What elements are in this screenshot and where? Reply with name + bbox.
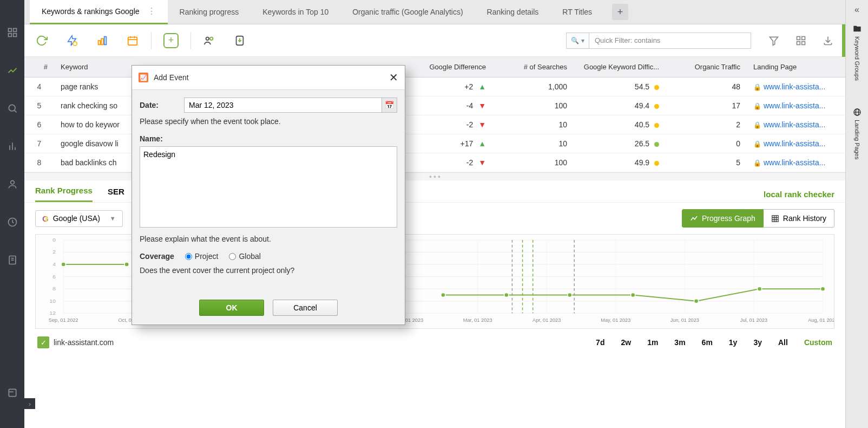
- nav-reports-icon[interactable]: [0, 127, 24, 165]
- download-icon[interactable]: [821, 34, 834, 47]
- tab-rt-titles[interactable]: RT Titles: [550, 0, 604, 24]
- nav-pages-icon[interactable]: [0, 241, 24, 279]
- view-label: Rank History: [783, 214, 826, 223]
- cell-num: 4: [24, 77, 54, 96]
- modal-titlebar[interactable]: 📈 Add Event ✕: [132, 66, 405, 90]
- cell-organic: 17: [666, 96, 747, 115]
- range-custom[interactable]: Custom: [804, 338, 832, 347]
- modal-title-text: Add Event: [154, 73, 189, 82]
- tab-ranking-details[interactable]: Ranking details: [475, 0, 551, 24]
- ok-button[interactable]: OK: [199, 300, 264, 316]
- calendar-icon[interactable]: 📅: [382, 98, 397, 113]
- cell-num: 5: [24, 96, 54, 115]
- tab-label: Keywords in Top 10: [262, 8, 328, 16]
- progress-graph-button[interactable]: Progress Graph: [682, 209, 764, 228]
- cell-num: 8: [24, 153, 54, 172]
- modal-close-button[interactable]: ✕: [389, 71, 398, 84]
- sidebar-expand-icon[interactable]: ›: [24, 398, 35, 409]
- svg-rect-29: [797, 36, 800, 40]
- quick-filter-input[interactable]: [589, 33, 751, 49]
- tab-keywords-top10[interactable]: Keywords in Top 10: [251, 0, 340, 24]
- svg-text:Jun, 01 2023: Jun, 01 2023: [670, 317, 699, 323]
- rtab-label: Keyword Groups: [854, 36, 860, 81]
- tab-label: Ranking details: [487, 8, 539, 16]
- col-gkd[interactable]: Google Keyword Diffic...: [574, 57, 666, 77]
- coverage-global-radio[interactable]: Global: [229, 252, 260, 261]
- event-name-textarea[interactable]: [140, 146, 397, 228]
- project-check-icon: ✓: [37, 336, 49, 348]
- cell-landing-page[interactable]: 🔒www.link-assista...: [747, 115, 845, 134]
- svg-point-86: [631, 293, 635, 297]
- svg-text:Sep, 01 2022: Sep, 01 2022: [49, 317, 78, 323]
- cell-landing-page[interactable]: 🔒www.link-assista...: [747, 96, 845, 115]
- nav-rank-tracker-icon[interactable]: [0, 51, 24, 89]
- cancel-button[interactable]: Cancel: [273, 300, 338, 316]
- tab-label: Organic traffic (Google Analytics): [352, 8, 463, 16]
- range-3y[interactable]: 3y: [753, 338, 762, 347]
- nav-grid-icon[interactable]: [0, 14, 24, 51]
- tab-rank-progress[interactable]: Rank Progress: [35, 186, 93, 202]
- cell-landing-page[interactable]: 🔒www.link-assista...: [747, 134, 845, 153]
- search-mode-dropdown[interactable]: 🔍 ▾: [566, 33, 589, 49]
- svg-point-82: [124, 262, 129, 267]
- competitors-icon[interactable]: [203, 34, 216, 47]
- range-3m[interactable]: 3m: [674, 338, 685, 347]
- add-keyword-button[interactable]: +: [163, 33, 179, 48]
- col-landing-page[interactable]: Landing Page: [747, 57, 845, 77]
- svg-rect-20: [128, 37, 137, 45]
- range-7d[interactable]: 7d: [596, 338, 604, 347]
- nav-domain-icon[interactable]: [0, 203, 24, 241]
- tab-ranking-progress[interactable]: Ranking progress: [168, 0, 251, 24]
- event-date-input[interactable]: [184, 98, 382, 113]
- refresh-rankings-icon[interactable]: [35, 34, 48, 47]
- svg-text:May, 01 2023: May, 01 2023: [601, 317, 630, 323]
- update-keywords-icon[interactable]: [65, 34, 78, 47]
- col-searches[interactable]: # of Searches: [492, 57, 574, 77]
- tab-organic-traffic[interactable]: Organic traffic (Google Analytics): [340, 0, 475, 24]
- cell-landing-page[interactable]: 🔒www.link-assista...: [747, 77, 845, 96]
- columns-icon[interactable]: [794, 34, 807, 47]
- search-engine-select[interactable]: G Google (USA) ▼: [35, 210, 123, 227]
- nav-notes-icon[interactable]: [0, 374, 24, 412]
- update-traffic-icon[interactable]: [96, 34, 109, 47]
- nav-competitors-icon[interactable]: [0, 165, 24, 203]
- cell-num: 7: [24, 134, 54, 153]
- range-2w[interactable]: 2w: [621, 338, 631, 347]
- date-help: Please specify when the event took place…: [140, 117, 397, 126]
- tab-keywords-rankings[interactable]: Keywords & rankings Google⋮: [30, 0, 168, 24]
- toolbar: + 🔍 ▾: [24, 24, 845, 57]
- range-1y[interactable]: 1y: [729, 338, 738, 347]
- svg-rect-0: [8, 29, 11, 32]
- rank-history-button[interactable]: Rank History: [764, 209, 834, 228]
- schedule-icon[interactable]: [126, 34, 139, 47]
- cell-searches: 10: [492, 134, 574, 153]
- col-google-diff[interactable]: Google Difference: [400, 57, 492, 77]
- tab-label: RT Titles: [562, 8, 592, 16]
- svg-point-24: [206, 37, 209, 40]
- name-label: Name:: [140, 134, 181, 143]
- cell-organic: 0: [666, 134, 747, 153]
- range-all[interactable]: All: [778, 338, 788, 347]
- svg-text:10: 10: [49, 298, 56, 304]
- cell-searches: 100: [492, 96, 574, 115]
- coverage-project-radio[interactable]: Project: [185, 252, 219, 261]
- view-label: Progress Graph: [702, 214, 755, 223]
- date-ranges: 7d 2w 1m 3m 6m 1y 3y All Custom: [596, 338, 832, 347]
- range-1m[interactable]: 1m: [647, 338, 658, 347]
- tab-ser[interactable]: SER: [108, 187, 124, 202]
- right-collapse-icon[interactable]: «: [846, 0, 868, 19]
- cell-landing-page[interactable]: 🔒www.link-assista...: [747, 153, 845, 172]
- rtab-keyword-groups[interactable]: Keyword Groups: [853, 19, 862, 86]
- filter-icon[interactable]: [767, 34, 780, 47]
- col-organic[interactable]: Organic Traffic: [666, 57, 747, 77]
- range-6m[interactable]: 6m: [702, 338, 713, 347]
- svg-point-87: [694, 299, 699, 303]
- rtab-landing-pages[interactable]: Landing Pages: [853, 102, 862, 165]
- add-tab-button[interactable]: +: [612, 4, 628, 20]
- cell-diff: +2 ▲: [400, 77, 492, 96]
- export-icon[interactable]: [233, 34, 246, 47]
- rtab-label: Landing Pages: [854, 120, 860, 159]
- nav-search-icon[interactable]: [0, 89, 24, 127]
- col-num[interactable]: #: [24, 57, 54, 77]
- tab-menu-icon[interactable]: ⋮: [147, 6, 156, 16]
